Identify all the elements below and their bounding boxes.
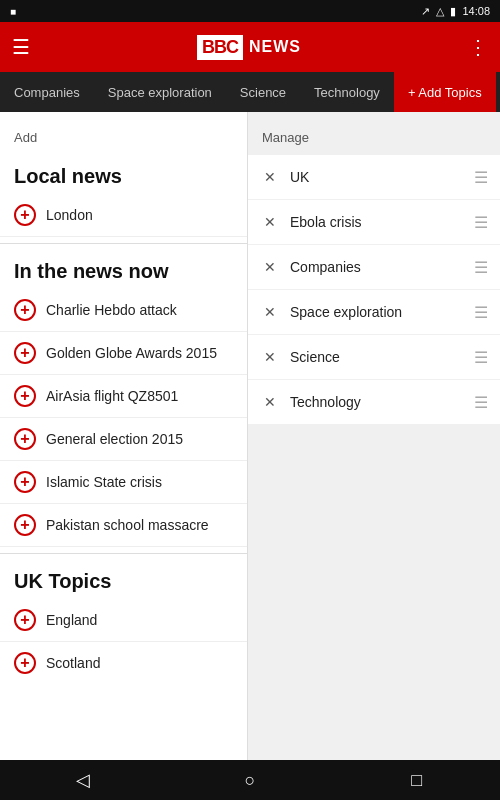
recents-icon: □ xyxy=(411,770,422,791)
tab-space-exploration[interactable]: Space exploration xyxy=(94,72,226,112)
bottom-navigation-bar: ◁ ○ □ xyxy=(0,760,500,800)
add-scotland-label: Scotland xyxy=(46,655,100,671)
section-divider-1 xyxy=(0,243,247,244)
drag-technology-icon[interactable]: ☰ xyxy=(474,393,488,412)
add-charlie-hebdo-item[interactable]: + Charlie Hebdo attack xyxy=(0,289,247,332)
bbc-logo: BBC NEWS xyxy=(197,35,301,60)
remove-science-icon[interactable]: ✕ xyxy=(260,347,280,367)
add-column-header: Add xyxy=(0,124,247,155)
back-button[interactable]: ◁ xyxy=(53,760,113,800)
manage-science-item[interactable]: ✕ Science ☰ xyxy=(248,335,500,379)
add-pakistan-item[interactable]: + Pakistan school massacre xyxy=(0,504,247,547)
hamburger-icon: ☰ xyxy=(12,36,30,58)
add-england-item[interactable]: + England xyxy=(0,599,247,642)
add-islamic-label: Islamic State crisis xyxy=(46,474,162,490)
add-golden-globe-icon: + xyxy=(14,342,36,364)
manage-ebola-item[interactable]: ✕ Ebola crisis ☰ xyxy=(248,200,500,244)
add-airasia-item[interactable]: + AirAsia flight QZ8501 xyxy=(0,375,247,418)
add-england-icon: + xyxy=(14,609,36,631)
more-options-button[interactable]: ⋮ xyxy=(468,35,488,59)
tab-science[interactable]: Science xyxy=(226,72,300,112)
local-news-section-title: Local news xyxy=(0,155,247,194)
remove-technology-icon[interactable]: ✕ xyxy=(260,392,280,412)
section-divider-2 xyxy=(0,553,247,554)
back-icon: ◁ xyxy=(76,769,90,791)
manage-science-label: Science xyxy=(290,349,474,365)
add-column: Add Local news + London In the news now … xyxy=(0,112,248,760)
drag-companies-icon[interactable]: ☰ xyxy=(474,258,488,277)
bbc-logo-box: BBC xyxy=(197,35,243,60)
manage-space-item[interactable]: ✕ Space exploration ☰ xyxy=(248,290,500,334)
add-charlie-icon: + xyxy=(14,299,36,321)
manage-uk-label: UK xyxy=(290,169,474,185)
add-airasia-icon: + xyxy=(14,385,36,407)
add-scotland-icon: + xyxy=(14,652,36,674)
drag-space-icon[interactable]: ☰ xyxy=(474,303,488,322)
in-the-news-section-title: In the news now xyxy=(0,250,247,289)
add-airasia-label: AirAsia flight QZ8501 xyxy=(46,388,178,404)
drag-ebola-icon[interactable]: ☰ xyxy=(474,213,488,232)
add-election-label: General election 2015 xyxy=(46,431,183,447)
tab-companies[interactable]: Companies xyxy=(0,72,94,112)
top-navigation-bar: ☰ BBC NEWS ⋮ xyxy=(0,22,500,72)
manage-companies-item[interactable]: ✕ Companies ☰ xyxy=(248,245,500,289)
wifi-icon: △ xyxy=(436,5,444,18)
tab-technology[interactable]: Technology xyxy=(300,72,394,112)
add-london-icon: + xyxy=(14,204,36,226)
topics-tabs-bar: Companies Space exploration Science Tech… xyxy=(0,72,500,112)
manage-technology-label: Technology xyxy=(290,394,474,410)
battery-icon: ▮ xyxy=(450,5,456,18)
status-bar: ■ ↗ △ ▮ 14:08 xyxy=(0,0,500,22)
drag-science-icon[interactable]: ☰ xyxy=(474,348,488,367)
bluetooth-icon: ↗ xyxy=(421,5,430,18)
home-icon: ○ xyxy=(245,770,256,791)
add-pakistan-icon: + xyxy=(14,514,36,536)
remove-space-icon[interactable]: ✕ xyxy=(260,302,280,322)
manage-space-label: Space exploration xyxy=(290,304,474,320)
add-election-item[interactable]: + General election 2015 xyxy=(0,418,247,461)
add-topics-tab[interactable]: + Add Topics xyxy=(394,72,496,112)
add-election-icon: + xyxy=(14,428,36,450)
hamburger-button[interactable]: ☰ xyxy=(12,35,30,59)
bbc-news-label: NEWS xyxy=(249,38,301,56)
main-content: Add Local news + London In the news now … xyxy=(0,112,500,760)
add-golden-globe-item[interactable]: + Golden Globe Awards 2015 xyxy=(0,332,247,375)
manage-ebola-label: Ebola crisis xyxy=(290,214,474,230)
manage-uk-item[interactable]: ✕ UK ☰ xyxy=(248,155,500,199)
add-charlie-label: Charlie Hebdo attack xyxy=(46,302,177,318)
status-bar-left: ■ xyxy=(10,6,16,17)
add-london-item[interactable]: + London xyxy=(0,194,247,237)
manage-column: Manage ✕ UK ☰ ✕ Ebola crisis ☰ ✕ Compani… xyxy=(248,112,500,760)
remove-uk-icon[interactable]: ✕ xyxy=(260,167,280,187)
remove-companies-icon[interactable]: ✕ xyxy=(260,257,280,277)
drag-uk-icon[interactable]: ☰ xyxy=(474,168,488,187)
add-islamic-icon: + xyxy=(14,471,36,493)
status-bar-right: ↗ △ ▮ 14:08 xyxy=(421,5,490,18)
add-islamic-state-item[interactable]: + Islamic State crisis xyxy=(0,461,247,504)
app-icon: ■ xyxy=(10,6,16,17)
remove-ebola-icon[interactable]: ✕ xyxy=(260,212,280,232)
add-scotland-item[interactable]: + Scotland xyxy=(0,642,247,684)
add-london-label: London xyxy=(46,207,93,223)
home-button[interactable]: ○ xyxy=(220,760,280,800)
add-england-label: England xyxy=(46,612,97,628)
manage-companies-label: Companies xyxy=(290,259,474,275)
manage-column-header: Manage xyxy=(248,124,500,155)
recents-button[interactable]: □ xyxy=(387,760,447,800)
dots-icon: ⋮ xyxy=(468,36,488,58)
add-golden-globe-label: Golden Globe Awards 2015 xyxy=(46,345,217,361)
manage-technology-item[interactable]: ✕ Technology ☰ xyxy=(248,380,500,424)
add-pakistan-label: Pakistan school massacre xyxy=(46,517,209,533)
time-display: 14:08 xyxy=(462,5,490,17)
uk-topics-section-title: UK Topics xyxy=(0,560,247,599)
